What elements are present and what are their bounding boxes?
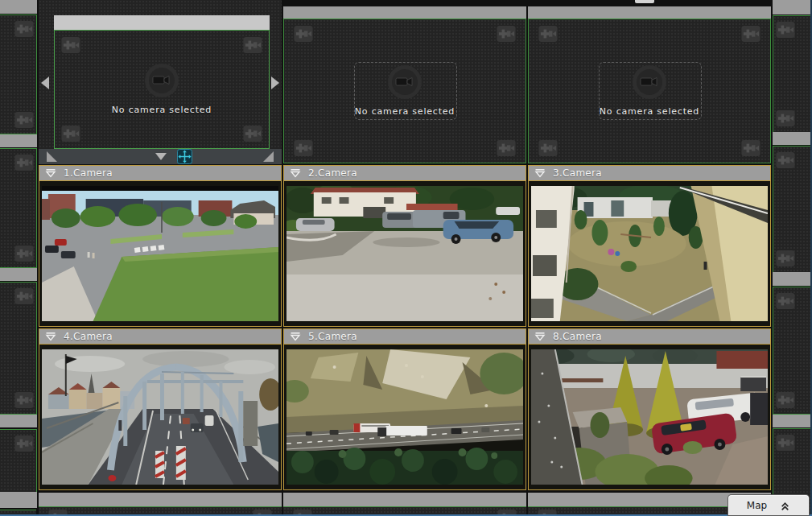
left-view-header[interactable]	[0, 0, 37, 14]
right-empty-view-item[interactable]	[773, 15, 812, 133]
add-camera-icon[interactable]	[776, 250, 795, 266]
camera-indicator-icon[interactable]	[290, 168, 301, 178]
camera-tile-3[interactable]: 3.Camera	[528, 165, 771, 327]
add-camera-icon[interactable]	[14, 21, 34, 37]
right-view-header[interactable]	[773, 415, 812, 427]
empty-view-item[interactable]: No camera selected	[528, 19, 771, 163]
add-camera-icon[interactable]	[538, 140, 558, 156]
map-panel-label: Map	[747, 500, 767, 511]
camera-tile-5[interactable]: 5.Camera	[283, 328, 526, 490]
add-camera-icon[interactable]	[294, 140, 313, 156]
no-camera-label: No camera selected	[355, 106, 455, 117]
camera-indicator-icon[interactable]	[290, 332, 301, 341]
camera-feed-4	[42, 349, 278, 485]
add-camera-icon[interactable]	[14, 288, 34, 304]
right-empty-view-item[interactable]	[773, 287, 812, 415]
add-camera-icon[interactable]	[776, 22, 795, 38]
camera-feed-5	[286, 349, 523, 485]
add-camera-icon[interactable]	[243, 37, 262, 53]
selected-empty-view-cell[interactable]: No camera selected	[39, 0, 282, 164]
camera-title: 5.Camera	[308, 331, 357, 342]
move-left-arrow[interactable]	[41, 76, 49, 89]
left-empty-view-item[interactable]	[0, 282, 37, 415]
add-camera-icon[interactable]	[776, 392, 795, 408]
add-camera-icon[interactable]	[14, 392, 34, 408]
right-view-header[interactable]	[773, 132, 812, 145]
empty-view-item[interactable]: No camera selected	[283, 19, 526, 163]
add-camera-icon[interactable]	[14, 112, 34, 128]
camera-tile-2[interactable]: 2.Camera	[283, 165, 526, 327]
left-view-header[interactable]	[0, 492, 37, 508]
no-camera-icon	[144, 63, 179, 98]
empty-tile-header[interactable]	[528, 6, 771, 19]
add-camera-icon[interactable]	[776, 152, 795, 168]
camera-view-4[interactable]	[40, 345, 280, 489]
right-empty-view-item[interactable]	[773, 146, 812, 273]
camera-indicator-icon[interactable]	[534, 332, 546, 341]
left-view-header[interactable]	[0, 268, 37, 281]
camera-title: 3.Camera	[553, 167, 602, 179]
left-empty-view-item[interactable]	[0, 148, 37, 268]
camera-feed-8	[531, 349, 768, 485]
camera-indicator-icon[interactable]	[534, 168, 546, 178]
map-panel-button[interactable]: Map	[728, 495, 809, 515]
double-chevron-up-icon	[780, 501, 790, 511]
move-right-arrow[interactable]	[271, 76, 279, 89]
add-camera-icon[interactable]	[497, 26, 516, 42]
add-camera-icon[interactable]	[14, 246, 34, 262]
camera-header-8[interactable]: 8.Camera	[529, 329, 770, 345]
left-view-header[interactable]	[0, 134, 37, 147]
no-camera-label: No camera selected	[112, 105, 212, 115]
camera-header-3[interactable]: 3.Camera	[529, 166, 770, 181]
top-panel-collapse-tab[interactable]	[635, 0, 654, 3]
camera-view-5[interactable]	[285, 345, 525, 489]
add-camera-icon[interactable]	[14, 155, 34, 171]
right-view-header[interactable]	[773, 0, 812, 14]
camera-header-4[interactable]: 4.Camera	[39, 329, 281, 345]
add-camera-icon[interactable]	[741, 26, 760, 42]
empty-tile-header[interactable]	[39, 493, 282, 506]
camera-feed-3	[531, 186, 768, 321]
expand-down-arrow[interactable]	[155, 153, 167, 160]
empty-tile-header[interactable]	[283, 6, 526, 19]
no-camera-label: No camera selected	[600, 106, 699, 117]
resize-bottom-right-arrow[interactable]	[263, 151, 274, 162]
add-camera-icon[interactable]	[61, 126, 80, 142]
move-item-handle[interactable]	[177, 149, 192, 164]
left-empty-view-item[interactable]	[0, 14, 37, 134]
add-camera-icon[interactable]	[776, 435, 795, 451]
camera-view-2[interactable]	[285, 182, 525, 325]
add-camera-icon[interactable]	[538, 26, 558, 42]
camera-header-2[interactable]: 2.Camera	[284, 166, 526, 181]
camera-view-3[interactable]	[530, 182, 769, 325]
add-camera-icon[interactable]	[497, 140, 516, 156]
camera-header-5[interactable]: 5.Camera	[284, 329, 526, 345]
right-view-header[interactable]	[773, 272, 812, 286]
empty-tile-header[interactable]	[283, 493, 526, 506]
camera-view-8[interactable]	[530, 345, 769, 489]
add-camera-icon[interactable]	[294, 26, 313, 42]
selected-tile-header[interactable]	[54, 15, 270, 30]
camera-tile-1[interactable]: 1.Camera	[39, 165, 282, 327]
add-camera-icon[interactable]	[776, 110, 795, 126]
selected-empty-view-item[interactable]: No camera selected	[54, 30, 270, 149]
left-view-header[interactable]	[0, 415, 37, 427]
add-camera-icon[interactable]	[741, 140, 760, 156]
no-camera-icon	[387, 64, 422, 100]
camera-tile-4[interactable]: 4.Camera	[39, 328, 282, 490]
add-camera-icon[interactable]	[243, 126, 262, 142]
resize-handle-bar[interactable]	[39, 149, 282, 164]
camera-tile-8[interactable]: 8.Camera	[528, 328, 771, 490]
add-camera-icon[interactable]	[776, 293, 795, 309]
left-empty-view-item[interactable]	[0, 429, 37, 493]
camera-indicator-icon[interactable]	[45, 332, 56, 341]
camera-indicator-icon[interactable]	[45, 168, 56, 178]
camera-header-1[interactable]: 1.Camera	[39, 166, 281, 181]
camera-title: 2.Camera	[308, 167, 357, 179]
resize-bottom-left-arrow[interactable]	[47, 151, 57, 162]
add-camera-icon[interactable]	[14, 436, 34, 452]
no-camera-icon	[632, 64, 667, 100]
camera-view-1[interactable]	[40, 182, 280, 325]
add-camera-icon[interactable]	[61, 37, 80, 53]
camera-title: 4.Camera	[64, 331, 113, 342]
